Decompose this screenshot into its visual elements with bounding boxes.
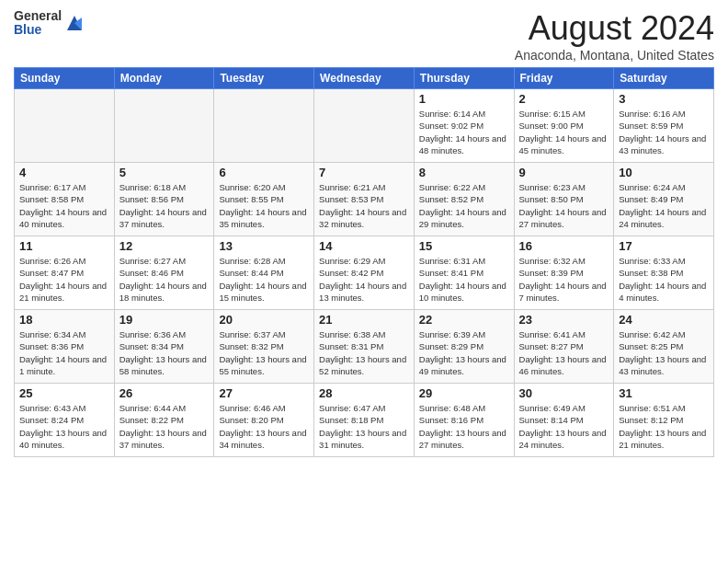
calendar-cell: 8Sunrise: 6:22 AM Sunset: 8:52 PM Daylig… <box>414 163 514 236</box>
day-number: 16 <box>519 239 609 253</box>
day-info: Sunrise: 6:37 AM Sunset: 8:32 PM Dayligh… <box>219 328 309 377</box>
page-container: General Blue August 2024 Anaconda, Monta… <box>0 0 728 462</box>
title-block: August 2024 Anaconda, Montana, United St… <box>515 9 714 63</box>
day-info: Sunrise: 6:43 AM Sunset: 8:24 PM Dayligh… <box>19 402 109 451</box>
day-number: 6 <box>219 166 309 179</box>
calendar-cell: 13Sunrise: 6:28 AM Sunset: 8:44 PM Dayli… <box>214 236 314 310</box>
day-info: Sunrise: 6:41 AM Sunset: 8:27 PM Dayligh… <box>519 328 609 377</box>
calendar-cell: 4Sunrise: 6:17 AM Sunset: 8:58 PM Daylig… <box>15 163 115 236</box>
calendar-cell: 10Sunrise: 6:24 AM Sunset: 8:49 PM Dayli… <box>614 163 714 236</box>
day-number: 25 <box>19 386 109 400</box>
day-info: Sunrise: 6:32 AM Sunset: 8:39 PM Dayligh… <box>519 255 609 304</box>
col-wednesday: Wednesday <box>314 68 415 89</box>
calendar-cell: 27Sunrise: 6:46 AM Sunset: 8:20 PM Dayli… <box>214 384 314 457</box>
day-info: Sunrise: 6:16 AM Sunset: 8:59 PM Dayligh… <box>619 108 709 156</box>
day-info: Sunrise: 6:14 AM Sunset: 9:02 PM Dayligh… <box>419 108 509 156</box>
day-info: Sunrise: 6:46 AM Sunset: 8:20 PM Dayligh… <box>219 402 309 451</box>
calendar-cell: 16Sunrise: 6:32 AM Sunset: 8:39 PM Dayli… <box>514 236 614 310</box>
logo-general: General <box>14 9 62 23</box>
calendar-cell: 14Sunrise: 6:29 AM Sunset: 8:42 PM Dayli… <box>314 236 415 310</box>
day-number: 13 <box>219 239 309 253</box>
col-monday: Monday <box>114 68 214 89</box>
day-info: Sunrise: 6:49 AM Sunset: 8:14 PM Dayligh… <box>519 402 609 451</box>
day-number: 18 <box>19 313 109 327</box>
calendar-cell <box>114 89 214 163</box>
day-info: Sunrise: 6:20 AM Sunset: 8:55 PM Dayligh… <box>219 181 309 230</box>
calendar-cell: 17Sunrise: 6:33 AM Sunset: 8:38 PM Dayli… <box>614 236 714 310</box>
day-number: 22 <box>419 313 509 327</box>
calendar-cell: 31Sunrise: 6:51 AM Sunset: 8:12 PM Dayli… <box>614 384 714 457</box>
day-number: 3 <box>619 92 709 106</box>
day-number: 21 <box>319 313 409 327</box>
calendar-table: Sunday Monday Tuesday Wednesday Thursday… <box>14 67 714 457</box>
day-info: Sunrise: 6:22 AM Sunset: 8:52 PM Dayligh… <box>419 181 509 230</box>
day-info: Sunrise: 6:15 AM Sunset: 9:00 PM Dayligh… <box>519 108 609 156</box>
day-info: Sunrise: 6:39 AM Sunset: 8:29 PM Dayligh… <box>419 328 509 377</box>
day-number: 20 <box>219 313 309 327</box>
header-row: Sunday Monday Tuesday Wednesday Thursday… <box>15 68 714 89</box>
col-thursday: Thursday <box>414 68 514 89</box>
calendar-cell: 7Sunrise: 6:21 AM Sunset: 8:53 PM Daylig… <box>314 163 415 236</box>
day-number: 1 <box>419 92 509 106</box>
day-info: Sunrise: 6:38 AM Sunset: 8:31 PM Dayligh… <box>319 328 409 377</box>
calendar-cell: 26Sunrise: 6:44 AM Sunset: 8:22 PM Dayli… <box>114 384 214 457</box>
logo-blue: Blue <box>14 23 62 37</box>
day-number: 11 <box>19 239 109 253</box>
day-info: Sunrise: 6:33 AM Sunset: 8:38 PM Dayligh… <box>619 255 709 304</box>
header: General Blue August 2024 Anaconda, Monta… <box>14 9 714 63</box>
calendar-cell: 5Sunrise: 6:18 AM Sunset: 8:56 PM Daylig… <box>114 163 214 236</box>
day-number: 26 <box>119 386 210 400</box>
col-tuesday: Tuesday <box>214 68 314 89</box>
calendar-cell: 28Sunrise: 6:47 AM Sunset: 8:18 PM Dayli… <box>314 384 415 457</box>
calendar-cell <box>314 89 415 163</box>
calendar-cell: 3Sunrise: 6:16 AM Sunset: 8:59 PM Daylig… <box>614 89 714 163</box>
calendar-cell: 29Sunrise: 6:48 AM Sunset: 8:16 PM Dayli… <box>414 384 514 457</box>
calendar-cell: 23Sunrise: 6:41 AM Sunset: 8:27 PM Dayli… <box>514 310 614 384</box>
calendar-cell: 6Sunrise: 6:20 AM Sunset: 8:55 PM Daylig… <box>214 163 314 236</box>
month-title: August 2024 <box>515 9 714 48</box>
day-number: 15 <box>419 239 509 253</box>
calendar-cell: 12Sunrise: 6:27 AM Sunset: 8:46 PM Dayli… <box>114 236 214 310</box>
calendar-week-2: 4Sunrise: 6:17 AM Sunset: 8:58 PM Daylig… <box>15 163 714 236</box>
day-info: Sunrise: 6:44 AM Sunset: 8:22 PM Dayligh… <box>119 402 210 451</box>
day-number: 8 <box>419 166 509 179</box>
day-number: 30 <box>519 386 609 400</box>
calendar-week-1: 1Sunrise: 6:14 AM Sunset: 9:02 PM Daylig… <box>15 89 714 163</box>
day-info: Sunrise: 6:28 AM Sunset: 8:44 PM Dayligh… <box>219 255 309 304</box>
day-info: Sunrise: 6:17 AM Sunset: 8:58 PM Dayligh… <box>19 181 109 230</box>
col-friday: Friday <box>514 68 614 89</box>
day-info: Sunrise: 6:21 AM Sunset: 8:53 PM Dayligh… <box>319 181 409 230</box>
calendar-cell <box>15 89 115 163</box>
calendar-cell: 15Sunrise: 6:31 AM Sunset: 8:41 PM Dayli… <box>414 236 514 310</box>
day-info: Sunrise: 6:27 AM Sunset: 8:46 PM Dayligh… <box>119 255 210 304</box>
day-info: Sunrise: 6:24 AM Sunset: 8:49 PM Dayligh… <box>619 181 709 230</box>
day-info: Sunrise: 6:23 AM Sunset: 8:50 PM Dayligh… <box>519 181 609 230</box>
day-number: 28 <box>319 386 409 400</box>
calendar-cell: 22Sunrise: 6:39 AM Sunset: 8:29 PM Dayli… <box>414 310 514 384</box>
calendar-cell <box>214 89 314 163</box>
col-saturday: Saturday <box>614 68 714 89</box>
calendar-cell: 9Sunrise: 6:23 AM Sunset: 8:50 PM Daylig… <box>514 163 614 236</box>
day-number: 17 <box>619 239 709 253</box>
calendar-cell: 19Sunrise: 6:36 AM Sunset: 8:34 PM Dayli… <box>114 310 214 384</box>
day-number: 14 <box>319 239 409 253</box>
logo-text: General Blue <box>14 9 62 38</box>
calendar-cell: 11Sunrise: 6:26 AM Sunset: 8:47 PM Dayli… <box>15 236 115 310</box>
calendar-cell: 21Sunrise: 6:38 AM Sunset: 8:31 PM Dayli… <box>314 310 415 384</box>
day-number: 7 <box>319 166 409 179</box>
subtitle: Anaconda, Montana, United States <box>515 48 714 63</box>
logo: General Blue <box>14 9 84 38</box>
day-number: 24 <box>619 313 709 327</box>
col-sunday: Sunday <box>15 68 115 89</box>
day-info: Sunrise: 6:26 AM Sunset: 8:47 PM Dayligh… <box>19 255 109 304</box>
calendar-cell: 2Sunrise: 6:15 AM Sunset: 9:00 PM Daylig… <box>514 89 614 163</box>
day-info: Sunrise: 6:31 AM Sunset: 8:41 PM Dayligh… <box>419 255 509 304</box>
day-info: Sunrise: 6:34 AM Sunset: 8:36 PM Dayligh… <box>19 328 109 377</box>
calendar-week-5: 25Sunrise: 6:43 AM Sunset: 8:24 PM Dayli… <box>15 384 714 457</box>
day-number: 31 <box>619 386 709 400</box>
day-info: Sunrise: 6:18 AM Sunset: 8:56 PM Dayligh… <box>119 181 210 230</box>
day-number: 5 <box>119 166 210 179</box>
logo-icon <box>65 14 84 32</box>
calendar-cell: 24Sunrise: 6:42 AM Sunset: 8:25 PM Dayli… <box>614 310 714 384</box>
day-info: Sunrise: 6:36 AM Sunset: 8:34 PM Dayligh… <box>119 328 210 377</box>
